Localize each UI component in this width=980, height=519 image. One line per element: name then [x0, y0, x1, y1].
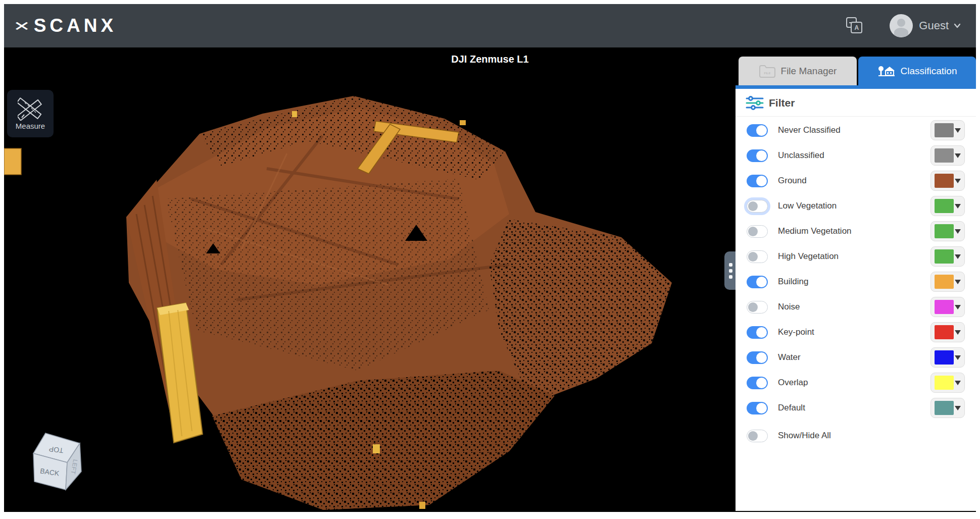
visibility-toggle-default[interactable] — [747, 402, 768, 414]
filter-row-default: Default — [736, 395, 976, 421]
filter-rows: Never ClassifiedUnclassifiedGroundLow Ve… — [736, 117, 976, 448]
class-label-unclassified: Unclassified — [778, 150, 824, 161]
color-sample — [935, 275, 954, 289]
class-label-building: Building — [778, 277, 809, 287]
dropdown-arrow-icon — [955, 128, 961, 133]
visibility-toggle-overlap[interactable] — [747, 377, 768, 389]
color-sample — [935, 325, 954, 339]
user-name-label: Guest — [919, 19, 949, 32]
filter-sliders-icon — [746, 95, 764, 111]
visibility-toggle-unclassified[interactable] — [747, 149, 768, 162]
color-swatch-button-ground[interactable] — [930, 171, 965, 191]
color-sample — [935, 249, 954, 264]
color-swatch-button-noise[interactable] — [930, 297, 965, 317]
color-sample — [935, 224, 954, 238]
filter-row-show-hide-all: Show/Hide All — [736, 423, 976, 448]
color-swatch-button-overlap[interactable] — [930, 373, 965, 393]
class-label-water: Water — [778, 352, 801, 362]
color-swatch-button-unclassified[interactable] — [930, 145, 965, 166]
translate-front-square: A — [851, 22, 862, 33]
dropdown-arrow-icon — [955, 153, 961, 158]
tab-file-manager-label: File Manager — [781, 66, 837, 77]
tab-file-manager[interactable]: FILE File Manager — [739, 57, 857, 85]
tab-classification-label: Classification — [901, 66, 957, 77]
color-sample — [935, 401, 954, 415]
visibility-toggle-show-hide-all[interactable] — [747, 430, 768, 442]
logo-text: SCANX — [34, 15, 117, 36]
color-swatch-button-low-vegetation[interactable] — [930, 196, 965, 216]
visibility-toggle-water[interactable] — [747, 351, 768, 364]
dropdown-arrow-icon — [955, 204, 961, 209]
color-sample — [935, 376, 954, 390]
visibility-toggle-building[interactable] — [747, 276, 768, 288]
header-right-group: A Guest — [846, 14, 961, 37]
color-sample — [935, 300, 954, 314]
active-tab-accent-bar — [736, 85, 976, 89]
class-label-show-hide-all: Show/Hide All — [778, 431, 831, 441]
filter-row-water: Water — [736, 345, 976, 370]
top-header-bar: ✕ SCANX A Guest — [4, 4, 976, 47]
filter-row-high-vegetation: High Vegetation — [736, 244, 976, 269]
dropdown-arrow-icon — [955, 280, 961, 284]
filter-row-never-classified: Never Classified — [736, 118, 976, 143]
color-swatch-button-default[interactable] — [930, 398, 965, 418]
filter-row-key-point: Key-point — [736, 320, 976, 345]
visibility-toggle-noise[interactable] — [747, 301, 768, 314]
panel-collapse-handle[interactable] — [724, 251, 737, 290]
color-swatch-button-building[interactable] — [930, 272, 965, 292]
user-avatar[interactable] — [890, 14, 913, 37]
filter-row-medium-vegetation: Medium Vegetation — [736, 219, 976, 244]
house-tree-icon — [877, 65, 896, 78]
color-swatch-button-medium-vegetation[interactable] — [930, 221, 965, 241]
color-sample — [935, 148, 954, 163]
dropdown-arrow-icon — [955, 406, 961, 410]
language-translate-icon[interactable]: A — [846, 17, 863, 34]
dropdown-arrow-icon — [955, 254, 961, 259]
dropdown-arrow-icon — [955, 179, 961, 183]
color-swatch-button-high-vegetation[interactable] — [930, 246, 965, 267]
class-label-key-point: Key-point — [778, 327, 814, 337]
filter-row-ground: Ground — [736, 168, 976, 193]
dropdown-arrow-icon — [955, 381, 961, 385]
dropdown-arrow-icon — [955, 305, 961, 309]
visibility-toggle-medium-vegetation[interactable] — [747, 225, 768, 238]
visibility-toggle-never-classified[interactable] — [747, 124, 768, 137]
filter-row-building: Building — [736, 269, 976, 294]
color-sample — [935, 123, 954, 137]
class-label-never-classified: Never Classified — [778, 125, 841, 135]
class-label-high-vegetation: High Vegetation — [778, 251, 839, 262]
class-label-noise: Noise — [778, 302, 800, 312]
filter-row-noise: Noise — [736, 294, 976, 320]
color-sample — [935, 174, 954, 188]
class-label-ground: Ground — [778, 176, 807, 186]
measure-label: Measure — [16, 122, 45, 130]
color-swatch-button-water[interactable] — [930, 347, 965, 368]
class-label-default: Default — [778, 403, 805, 413]
chevron-down-icon[interactable] — [954, 22, 961, 29]
app-logo: ✕ SCANX — [15, 15, 117, 36]
visibility-toggle-ground[interactable] — [747, 175, 768, 187]
visibility-toggle-high-vegetation[interactable] — [747, 250, 768, 263]
color-swatch-button-never-classified[interactable] — [930, 120, 965, 140]
tab-classification[interactable]: Classification — [858, 57, 976, 85]
measure-pencil-ruler-icon — [18, 97, 43, 121]
class-label-overlap: Overlap — [778, 378, 808, 388]
logo-x-icon: ✕ — [13, 18, 35, 33]
filter-row-overlap: Overlap — [736, 370, 976, 395]
visibility-toggle-low-vegetation[interactable] — [747, 200, 768, 213]
measure-tool-button[interactable]: Measure — [7, 90, 54, 137]
classification-panel: Filter Never ClassifiedUnclassifiedGroun… — [736, 89, 976, 511]
filter-header: Filter — [736, 89, 976, 117]
filter-title: Filter — [769, 97, 795, 109]
visibility-toggle-key-point[interactable] — [747, 326, 768, 339]
class-label-low-vegetation: Low Vegetation — [778, 201, 837, 211]
navigation-cube[interactable]: TOP BACK LEFT — [15, 425, 96, 501]
color-swatch-button-key-point[interactable] — [930, 322, 965, 342]
dropdown-arrow-icon — [955, 330, 961, 335]
filter-row-unclassified: Unclassified — [736, 143, 976, 168]
app-page: ✕ SCANX A Guest — [0, 0, 980, 519]
color-sample — [935, 350, 954, 365]
svg-text:FILE: FILE — [764, 72, 770, 75]
class-label-medium-vegetation: Medium Vegetation — [778, 226, 852, 236]
dropdown-arrow-icon — [955, 229, 961, 234]
